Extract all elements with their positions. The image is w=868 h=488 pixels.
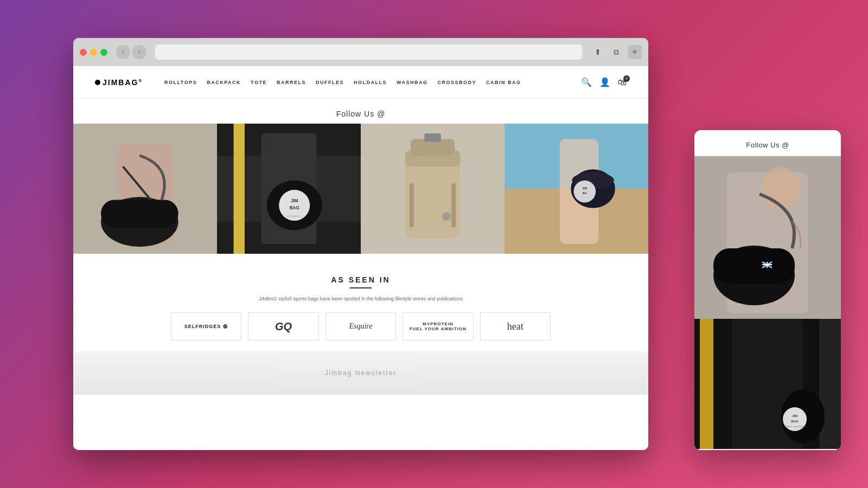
logo-text: JIMBAG° <box>103 78 143 87</box>
nav-crossbody[interactable]: CROSSBODY <box>437 80 476 85</box>
photos-grid: JIM BAG @JIMBAG <box>73 124 648 254</box>
nav-icons: 🔍 👤 🛍 0 <box>581 77 627 87</box>
svg-rect-19 <box>410 183 414 228</box>
myprotein-logo: MYPROTEINFUEL YOUR AMBITION <box>410 322 467 331</box>
browser-window: ‹ › ⬆ ⧉ + JIMBAG° ROLLTOPS BACKPACK TOTE… <box>73 38 648 450</box>
share-button[interactable]: ⬆ <box>591 45 605 59</box>
popup-follow-title: Follow Us @ <box>705 141 830 149</box>
follow-section: Follow Us @ <box>73 99 648 259</box>
as-seen-subtitle: JIMBAG stylish sports bags have been spo… <box>95 296 627 301</box>
svg-point-21 <box>442 212 451 221</box>
browser-nav: ‹ › <box>116 45 146 59</box>
logo-dot-icon <box>95 80 100 85</box>
as-seen-underline <box>350 287 372 288</box>
website-content: JIMBAG° ROLLTOPS BACKPACK TOTE BARRELS D… <box>73 66 648 450</box>
svg-text:BAG: BAG <box>791 420 799 423</box>
brand-selfridges[interactable]: SELFRIDGES 🏵 <box>171 312 241 341</box>
close-dot[interactable] <box>80 49 87 56</box>
follow-title: Follow Us @ <box>73 110 648 118</box>
svg-point-32 <box>762 167 800 210</box>
back-button[interactable]: ‹ <box>116 45 130 59</box>
photo-item-1[interactable] <box>73 124 217 254</box>
browser-chrome: ‹ › ⬆ ⧉ + <box>73 38 648 66</box>
selfridges-logo: SELFRIDGES 🏵 <box>184 324 228 329</box>
svg-text:Made in Great Britain: Made in Great Britain <box>784 425 805 428</box>
account-icon[interactable]: 👤 <box>599 77 610 87</box>
gq-logo: GQ <box>275 320 292 333</box>
site-navigation: JIMBAG° ROLLTOPS BACKPACK TOTE BARRELS D… <box>73 66 648 99</box>
svg-rect-7 <box>234 124 245 254</box>
nav-links: ROLLTOPS BACKPACK TOTE BARRELS DUFFLES H… <box>164 80 581 85</box>
search-icon[interactable]: 🔍 <box>581 77 592 87</box>
as-seen-in-section: AS SEEN IN JIMBAG stylish sports bags ha… <box>73 259 648 351</box>
nav-backpack[interactable]: BACKPACK <box>207 80 241 85</box>
heat-logo: heat <box>507 321 524 332</box>
esquire-logo: Esquire <box>349 322 372 331</box>
photo-item-3[interactable] <box>361 124 505 254</box>
svg-text:JIM: JIM <box>583 187 587 190</box>
as-seen-title: AS SEEN IN <box>95 275 627 284</box>
nav-washbag[interactable]: WASHBAG <box>397 80 428 85</box>
brands-grid: SELFRIDGES 🏵 GQ Esquire MYPROTEINFUEL YO… <box>171 312 551 341</box>
new-tab-button[interactable]: + <box>628 45 642 59</box>
popup-header: Follow Us @ <box>694 130 841 156</box>
mobile-popup: Follow Us @ <box>694 130 841 450</box>
brand-myprotein[interactable]: MYPROTEINFUEL YOUR AMBITION <box>403 312 473 341</box>
minimize-dot[interactable] <box>90 49 97 56</box>
footer-newsletter-text: Jimbag Newsletter <box>325 369 397 377</box>
browser-dots <box>80 49 107 56</box>
nav-barrels[interactable]: BARRELS <box>277 80 306 85</box>
nav-rolltops[interactable]: ROLLTOPS <box>164 80 197 85</box>
svg-text:JIM: JIM <box>792 414 797 418</box>
cart-badge: 0 <box>623 75 630 82</box>
maximize-dot[interactable] <box>100 49 107 56</box>
svg-text:JIM: JIM <box>291 198 298 203</box>
nav-holdalls[interactable]: HOLDALLS <box>354 80 387 85</box>
copy-button[interactable]: ⧉ <box>609 45 623 59</box>
address-bar[interactable] <box>155 44 582 60</box>
photo-item-4[interactable]: JIM BA <box>505 124 648 254</box>
svg-rect-3 <box>101 200 178 227</box>
browser-actions: ⬆ ⧉ <box>591 45 623 59</box>
cart-icon[interactable]: 🛍 0 <box>618 78 627 87</box>
popup-photos: JIM BAG Made in Great Britain <box>694 156 841 449</box>
svg-text:BA: BA <box>583 191 587 195</box>
nav-duffles[interactable]: DUFFLES <box>316 80 344 85</box>
popup-photo-1[interactable] <box>694 156 841 319</box>
nav-tote[interactable]: TOTE <box>251 80 267 85</box>
brand-heat[interactable]: heat <box>480 312 551 341</box>
svg-text:BAG: BAG <box>290 206 299 210</box>
forward-button[interactable]: › <box>132 45 146 59</box>
logo-area[interactable]: JIMBAG° <box>95 78 143 87</box>
svg-rect-42 <box>819 319 841 449</box>
photo-item-2[interactable]: JIM BAG @JIMBAG <box>217 124 361 254</box>
footer-area: Jimbag Newsletter <box>73 351 648 395</box>
brand-gq[interactable]: GQ <box>248 312 318 341</box>
svg-rect-41 <box>700 319 713 449</box>
popup-photo-2[interactable]: JIM BAG Made in Great Britain <box>694 319 841 449</box>
brand-esquire[interactable]: Esquire <box>326 312 396 341</box>
svg-text:@JIMBAG: @JIMBAG <box>286 214 302 218</box>
nav-cabinbag[interactable]: CABIN BAG <box>486 80 521 85</box>
svg-rect-18 <box>424 133 441 142</box>
svg-rect-20 <box>451 183 456 228</box>
svg-rect-34 <box>713 248 795 284</box>
